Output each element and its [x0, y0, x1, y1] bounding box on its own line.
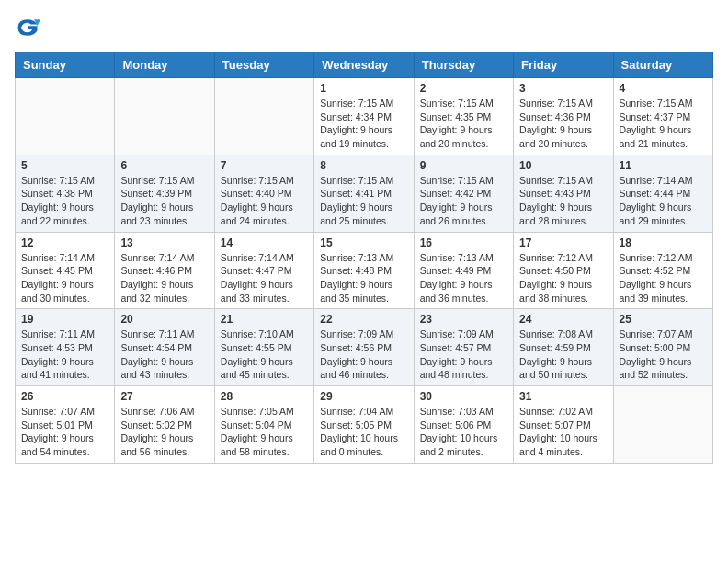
day-info: Sunrise: 7:10 AM Sunset: 4:55 PM Dayligh… [221, 327, 308, 382]
day-info: Sunrise: 7:02 AM Sunset: 5:07 PM Dayligh… [519, 405, 607, 459]
day-info: Sunrise: 7:12 AM Sunset: 4:50 PM Dayligh… [519, 251, 607, 305]
day-info: Sunrise: 7:07 AM Sunset: 5:01 PM Dayligh… [21, 405, 108, 459]
calendar-day-cell: 20Sunrise: 7:11 AM Sunset: 4:54 PM Dayli… [115, 309, 214, 386]
day-of-week-header: Thursday [414, 52, 513, 78]
day-info: Sunrise: 7:15 AM Sunset: 4:38 PM Dayligh… [21, 174, 108, 228]
day-info: Sunrise: 7:09 AM Sunset: 4:56 PM Dayligh… [320, 327, 407, 382]
day-of-week-header: Monday [115, 52, 214, 78]
calendar-day-cell [115, 78, 214, 155]
calendar-day-cell: 21Sunrise: 7:10 AM Sunset: 4:55 PM Dayli… [214, 309, 313, 386]
day-info: Sunrise: 7:06 AM Sunset: 5:02 PM Dayligh… [120, 405, 208, 459]
day-number: 10 [519, 159, 607, 172]
calendar-day-cell: 2Sunrise: 7:15 AM Sunset: 4:35 PM Daylig… [414, 78, 513, 155]
day-info: Sunrise: 7:05 AM Sunset: 5:04 PM Dayligh… [221, 405, 308, 459]
page-header [15, 15, 713, 40]
day-number: 29 [320, 390, 407, 403]
day-info: Sunrise: 7:04 AM Sunset: 5:05 PM Dayligh… [320, 405, 407, 459]
day-number: 23 [420, 313, 507, 326]
calendar-day-cell: 7Sunrise: 7:15 AM Sunset: 4:40 PM Daylig… [214, 155, 313, 232]
day-info: Sunrise: 7:15 AM Sunset: 4:35 PM Dayligh… [420, 97, 507, 151]
day-info: Sunrise: 7:15 AM Sunset: 4:43 PM Dayligh… [519, 174, 607, 228]
day-info: Sunrise: 7:15 AM Sunset: 4:39 PM Dayligh… [120, 174, 208, 228]
calendar-day-cell: 13Sunrise: 7:14 AM Sunset: 4:46 PM Dayli… [115, 232, 214, 309]
day-info: Sunrise: 7:07 AM Sunset: 5:00 PM Dayligh… [620, 327, 707, 382]
day-info: Sunrise: 7:03 AM Sunset: 5:06 PM Dayligh… [420, 405, 507, 459]
day-info: Sunrise: 7:15 AM Sunset: 4:40 PM Dayligh… [221, 174, 308, 228]
day-number: 12 [21, 236, 108, 249]
day-number: 19 [21, 313, 108, 326]
calendar-day-cell: 11Sunrise: 7:14 AM Sunset: 4:44 PM Dayli… [613, 155, 712, 232]
calendar-table: SundayMondayTuesdayWednesdayThursdayFrid… [15, 52, 713, 464]
calendar-header-row: SundayMondayTuesdayWednesdayThursdayFrid… [16, 52, 713, 78]
calendar-day-cell: 12Sunrise: 7:14 AM Sunset: 4:45 PM Dayli… [16, 232, 115, 309]
day-info: Sunrise: 7:14 AM Sunset: 4:46 PM Dayligh… [120, 251, 208, 305]
calendar-day-cell: 3Sunrise: 7:15 AM Sunset: 4:36 PM Daylig… [514, 78, 613, 155]
day-of-week-header: Friday [514, 52, 613, 78]
day-number: 27 [120, 390, 208, 403]
day-number: 6 [120, 159, 208, 172]
day-number: 25 [620, 313, 707, 326]
day-number: 16 [420, 236, 507, 249]
logo-icon [15, 15, 40, 40]
calendar-day-cell: 1Sunrise: 7:15 AM Sunset: 4:34 PM Daylig… [314, 78, 414, 155]
calendar-day-cell [214, 78, 313, 155]
day-number: 30 [420, 390, 507, 403]
calendar-week-row: 19Sunrise: 7:11 AM Sunset: 4:53 PM Dayli… [16, 309, 713, 386]
day-number: 18 [620, 236, 707, 249]
day-number: 14 [221, 236, 308, 249]
day-number: 13 [120, 236, 208, 249]
calendar-day-cell: 24Sunrise: 7:08 AM Sunset: 4:59 PM Dayli… [514, 309, 613, 386]
day-number: 8 [320, 159, 407, 172]
calendar-day-cell: 5Sunrise: 7:15 AM Sunset: 4:38 PM Daylig… [16, 155, 115, 232]
day-number: 26 [21, 390, 108, 403]
day-info: Sunrise: 7:11 AM Sunset: 4:53 PM Dayligh… [21, 327, 108, 382]
day-info: Sunrise: 7:15 AM Sunset: 4:41 PM Dayligh… [320, 174, 407, 228]
calendar-day-cell: 4Sunrise: 7:15 AM Sunset: 4:37 PM Daylig… [613, 78, 712, 155]
day-number: 7 [221, 159, 308, 172]
day-info: Sunrise: 7:13 AM Sunset: 4:49 PM Dayligh… [420, 251, 507, 305]
calendar-day-cell: 22Sunrise: 7:09 AM Sunset: 4:56 PM Dayli… [314, 309, 414, 386]
day-number: 5 [21, 159, 108, 172]
day-number: 22 [320, 313, 407, 326]
day-info: Sunrise: 7:14 AM Sunset: 4:45 PM Dayligh… [21, 251, 108, 305]
day-info: Sunrise: 7:15 AM Sunset: 4:37 PM Dayligh… [620, 97, 707, 151]
day-info: Sunrise: 7:14 AM Sunset: 4:44 PM Dayligh… [620, 174, 707, 228]
day-number: 1 [320, 82, 407, 95]
calendar-day-cell: 9Sunrise: 7:15 AM Sunset: 4:42 PM Daylig… [414, 155, 513, 232]
calendar-day-cell: 19Sunrise: 7:11 AM Sunset: 4:53 PM Dayli… [16, 309, 115, 386]
day-info: Sunrise: 7:11 AM Sunset: 4:54 PM Dayligh… [120, 327, 208, 382]
calendar-day-cell: 6Sunrise: 7:15 AM Sunset: 4:39 PM Daylig… [115, 155, 214, 232]
calendar-day-cell: 10Sunrise: 7:15 AM Sunset: 4:43 PM Dayli… [514, 155, 613, 232]
day-info: Sunrise: 7:12 AM Sunset: 4:52 PM Dayligh… [620, 251, 707, 305]
day-of-week-header: Tuesday [214, 52, 313, 78]
day-number: 11 [620, 159, 707, 172]
calendar-day-cell: 26Sunrise: 7:07 AM Sunset: 5:01 PM Dayli… [16, 386, 115, 464]
day-info: Sunrise: 7:14 AM Sunset: 4:47 PM Dayligh… [221, 251, 308, 305]
calendar-day-cell: 23Sunrise: 7:09 AM Sunset: 4:57 PM Dayli… [414, 309, 513, 386]
calendar-day-cell: 31Sunrise: 7:02 AM Sunset: 5:07 PM Dayli… [514, 386, 613, 464]
day-info: Sunrise: 7:13 AM Sunset: 4:48 PM Dayligh… [320, 251, 407, 305]
day-info: Sunrise: 7:15 AM Sunset: 4:42 PM Dayligh… [420, 174, 507, 228]
calendar-day-cell: 18Sunrise: 7:12 AM Sunset: 4:52 PM Dayli… [613, 232, 712, 309]
day-of-week-header: Saturday [613, 52, 712, 78]
day-number: 17 [519, 236, 607, 249]
calendar-day-cell: 27Sunrise: 7:06 AM Sunset: 5:02 PM Dayli… [115, 386, 214, 464]
day-of-week-header: Wednesday [314, 52, 414, 78]
day-number: 31 [519, 390, 607, 403]
day-info: Sunrise: 7:15 AM Sunset: 4:36 PM Dayligh… [519, 97, 607, 151]
day-number: 21 [221, 313, 308, 326]
day-number: 28 [221, 390, 308, 403]
calendar-day-cell: 30Sunrise: 7:03 AM Sunset: 5:06 PM Dayli… [414, 386, 513, 464]
calendar-day-cell: 14Sunrise: 7:14 AM Sunset: 4:47 PM Dayli… [214, 232, 313, 309]
day-number: 24 [519, 313, 607, 326]
calendar-week-row: 26Sunrise: 7:07 AM Sunset: 5:01 PM Dayli… [16, 386, 713, 464]
day-number: 9 [420, 159, 507, 172]
calendar-week-row: 5Sunrise: 7:15 AM Sunset: 4:38 PM Daylig… [16, 155, 713, 232]
calendar-day-cell [16, 78, 115, 155]
day-of-week-header: Sunday [16, 52, 115, 78]
logo [15, 15, 44, 40]
day-number: 15 [320, 236, 407, 249]
calendar-day-cell: 29Sunrise: 7:04 AM Sunset: 5:05 PM Dayli… [314, 386, 414, 464]
day-number: 2 [420, 82, 507, 95]
day-info: Sunrise: 7:09 AM Sunset: 4:57 PM Dayligh… [420, 327, 507, 382]
